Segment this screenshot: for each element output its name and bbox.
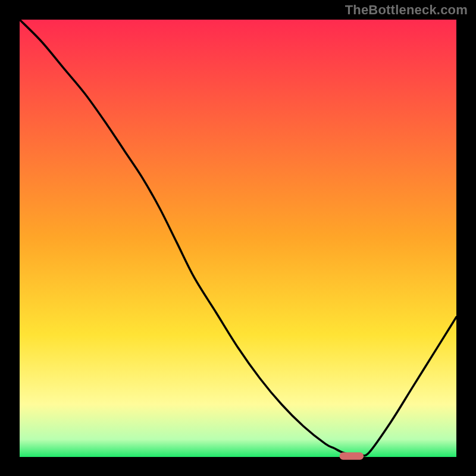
chart-container: TheBottleneck.com (0, 0, 476, 476)
plot-area (20, 20, 456, 457)
valley-marker (340, 452, 364, 459)
chart-svg (0, 0, 476, 476)
